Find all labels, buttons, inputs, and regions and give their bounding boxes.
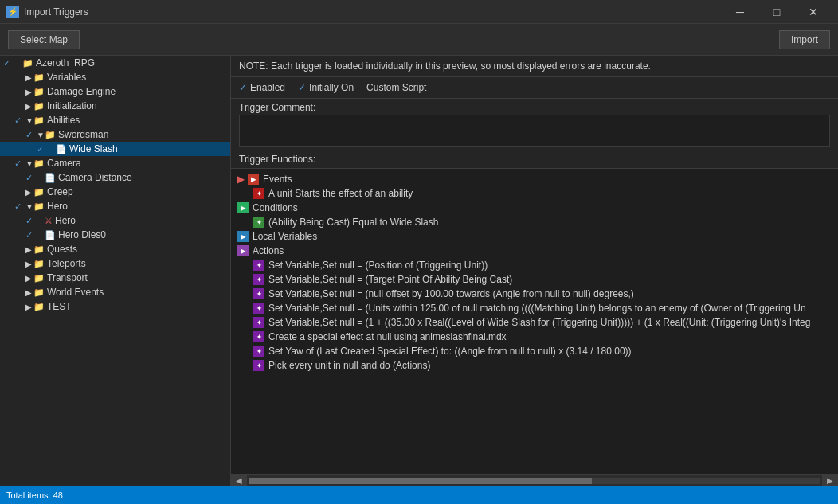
tree-item[interactable]: ✓▼📁Hero — [0, 199, 230, 213]
enabled-check-icon: ✓ — [239, 82, 247, 93]
tree-item[interactable]: ✓📁Azeroth_RPG — [0, 56, 230, 70]
function-label: Set Variable,Set null = (Target Point Of… — [268, 274, 512, 285]
scroll-track[interactable] — [249, 478, 820, 484]
checkboxes-row: ✓ Enabled ✓ Initially On Custom Script — [231, 77, 838, 99]
function-item[interactable]: ✦Pick every unit in null and do (Actions… — [231, 358, 838, 373]
trigger-comment-input[interactable] — [239, 115, 830, 147]
tree-item[interactable]: ▶📁Damage Engine — [0, 84, 230, 99]
tree-item[interactable]: ▶📁Quests — [0, 242, 230, 256]
tree-item-label: Creep — [47, 186, 73, 197]
tree-item-label: Hero — [55, 215, 76, 226]
initially-on-check-icon: ✓ — [298, 82, 306, 93]
trigger-functions-area: Trigger Functions: ▶▶Events✦A unit Start… — [231, 150, 838, 486]
function-item[interactable]: ✦(Ability Being Cast) Equal to Wide Slas… — [231, 215, 838, 229]
function-icon: ✦ — [253, 346, 264, 357]
tree-item-icon: 📁 — [33, 273, 45, 283]
function-section[interactable]: ▶Conditions — [231, 201, 838, 215]
function-item[interactable]: ✦Set Variable,Set null = (Position of (T… — [231, 258, 838, 272]
enabled-checkbox[interactable]: ✓ Enabled — [239, 82, 285, 93]
tree-item[interactable]: ▶📁World Events — [0, 285, 230, 299]
function-label: Conditions — [253, 202, 298, 213]
tree-item[interactable]: ✓▼📁Swordsman — [0, 127, 230, 142]
functions-content[interactable]: ▶▶Events✦A unit Starts the effect of an … — [231, 169, 838, 474]
function-label: Set Yaw of (Last Created Special Effect)… — [268, 346, 632, 357]
tree-item-icon: 📁 — [33, 187, 45, 197]
trigger-comment-label: Trigger Comment: — [239, 102, 830, 113]
tree-arrow-icon: ▶ — [25, 288, 33, 297]
tree-item-icon: 📁 — [33, 115, 45, 126]
scroll-left-button[interactable]: ◀ — [231, 475, 247, 487]
tree-item-label: Azeroth_RPG — [36, 57, 95, 68]
tree-check-icon: ✓ — [25, 230, 37, 240]
minimize-button[interactable]: ─ — [722, 0, 758, 24]
tree-item[interactable]: ▶📁Transport — [0, 271, 230, 285]
function-item[interactable]: ✦Set Yaw of (Last Created Special Effect… — [231, 344, 838, 358]
function-section[interactable]: ▶Actions — [231, 244, 838, 258]
custom-script-label: Custom Script — [366, 82, 426, 93]
tree-item[interactable]: ✓▼📁Abilities — [0, 113, 230, 127]
function-icon: ✦ — [253, 288, 264, 299]
initially-on-checkbox[interactable]: ✓ Initially On — [298, 82, 354, 93]
tree-arrow-icon: ▶ — [25, 73, 33, 82]
tree-item-icon: 📁 — [33, 158, 45, 169]
tree-item[interactable]: ✓⚔Hero — [0, 213, 230, 228]
tree-panel[interactable]: ✓📁Azeroth_RPG▶📁Variables▶📁Damage Engine▶… — [0, 56, 231, 486]
tree-item[interactable]: ✓▼📁Camera — [0, 156, 230, 170]
tree-item-icon: 📁 — [33, 302, 45, 312]
status-bar: Total items: 48 — [0, 486, 838, 504]
tree-item[interactable]: ▶📁Initialization — [0, 99, 230, 113]
tree-arrow-icon: ▶ — [25, 188, 33, 197]
tree-item-label: Teleports — [47, 258, 86, 269]
scroll-right-button[interactable]: ▶ — [822, 475, 838, 487]
maximize-button[interactable]: □ — [758, 0, 795, 24]
function-section[interactable]: ▶Local Variables — [231, 229, 838, 244]
function-section[interactable]: ▶▶Events — [231, 172, 838, 186]
function-label: Set Variable,Set null = (Position of (Tr… — [268, 260, 488, 271]
tree-check-icon: ✓ — [14, 115, 25, 126]
import-button[interactable]: Import — [779, 30, 830, 49]
function-icon: ✦ — [253, 303, 264, 314]
tree-item-label: Damage Engine — [47, 86, 116, 97]
tree-item-label: Camera — [47, 158, 81, 169]
tree-item-icon: ⚔ — [45, 216, 53, 226]
enabled-label: Enabled — [250, 82, 285, 93]
function-item[interactable]: ✦Set Variable,Set null = (1 + ((35.00 x … — [231, 315, 838, 330]
title-bar: ⚡ Import Triggers ─ □ ✕ — [0, 0, 838, 24]
close-button[interactable]: ✕ — [795, 0, 832, 24]
tree-item-label: Abilities — [47, 115, 80, 126]
tree-item-label: Initialization — [47, 100, 97, 111]
tree-item[interactable]: ▶📁TEST — [0, 299, 230, 314]
tree-check-icon: ✓ — [14, 158, 25, 169]
function-label: Events — [263, 174, 292, 185]
tree-item[interactable]: ▶📁Teleports — [0, 256, 230, 271]
custom-script-checkbox[interactable]: Custom Script — [366, 82, 426, 93]
window-title: Import Triggers — [24, 6, 722, 18]
right-panel: NOTE: Each trigger is loaded individuall… — [231, 56, 838, 486]
tree-check-icon: ✓ — [25, 216, 37, 226]
function-icon: ▶ — [237, 202, 249, 213]
tree-item[interactable]: ▶📁Variables — [0, 70, 230, 84]
tree-item[interactable]: ✓📄Hero Dies0 — [0, 228, 230, 242]
function-item[interactable]: ✦A unit Starts the effect of an ability — [231, 186, 838, 201]
tree-item-label: Quests — [47, 244, 77, 255]
function-item[interactable]: ✦Set Variable,Set null = (Units within 1… — [231, 301, 838, 315]
tree-arrow-icon: ▼ — [37, 131, 45, 139]
tree-item[interactable]: ▶📁Creep — [0, 185, 230, 199]
tree-arrow-icon: ▼ — [25, 202, 33, 211]
select-map-button[interactable]: Select Map — [8, 30, 80, 49]
function-label: Set Variable,Set null = (Units within 12… — [268, 303, 806, 314]
tree-item-label: Wide Slash — [69, 143, 118, 154]
note-text: NOTE: Each trigger is loaded individuall… — [239, 61, 651, 72]
function-label: Local Variables — [253, 231, 317, 242]
function-icon: ✦ — [253, 360, 264, 371]
function-icon: ✦ — [253, 217, 264, 228]
tree-item-label: Hero — [47, 201, 68, 212]
function-item[interactable]: ✦Set Variable,Set null = (null offset by… — [231, 287, 838, 301]
tree-item[interactable]: ✓📄Wide Slash — [0, 142, 230, 156]
tree-arrow-icon: ▶ — [25, 88, 33, 96]
function-item[interactable]: ✦Set Variable,Set null = (Target Point O… — [231, 272, 838, 287]
function-item[interactable]: ✦Create a special effect at null using a… — [231, 330, 838, 344]
tree-item[interactable]: ✓📄Camera Distance — [0, 170, 230, 185]
tree-item-label: Camera Distance — [58, 172, 132, 183]
horizontal-scrollbar[interactable]: ◀ ▶ — [231, 474, 838, 486]
